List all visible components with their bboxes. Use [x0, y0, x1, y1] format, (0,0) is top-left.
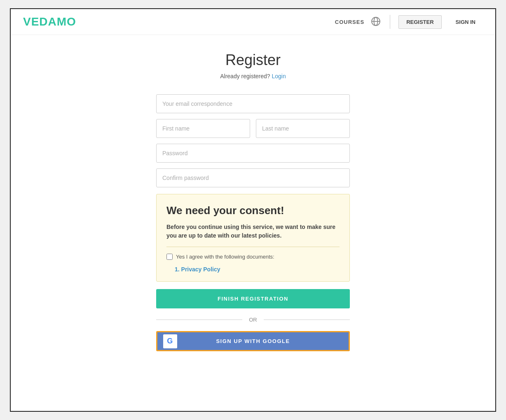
google-signup-label: SIGN UP WITH GOOGLE — [164, 338, 342, 344]
nav-courses[interactable]: COURSES — [335, 19, 364, 25]
firstname-field[interactable] — [156, 119, 250, 138]
consent-agree-text: Yes I agree with the following documents… — [176, 254, 274, 260]
or-line-left — [156, 320, 242, 320]
privacy-policy-link[interactable]: 1. Privacy Policy — [175, 266, 220, 273]
or-divider: OR — [156, 317, 350, 323]
consent-checkbox[interactable] — [166, 254, 173, 260]
app-window: VEDAMO COURSES REGISTER SIGN IN Register… — [10, 8, 496, 412]
finish-registration-button[interactable]: FINISH REGISTRATION — [156, 289, 350, 308]
already-registered-text: Already registered? Login — [220, 73, 286, 79]
google-icon-box: G — [163, 334, 177, 348]
nav: COURSES REGISTER SIGN IN — [335, 15, 483, 29]
lastname-field[interactable] — [256, 119, 350, 138]
register-form: We need your consent! Before you continu… — [156, 94, 350, 351]
nav-divider — [390, 15, 390, 29]
logo: VEDAMO — [23, 15, 76, 28]
header: VEDAMO COURSES REGISTER SIGN IN — [11, 9, 495, 35]
login-link[interactable]: Login — [272, 73, 286, 79]
main-content: Register Already registered? Login We ne… — [11, 35, 495, 411]
google-icon: G — [167, 337, 173, 345]
consent-checkbox-row: Yes I agree with the following documents… — [166, 254, 340, 260]
or-line-right — [264, 320, 350, 320]
consent-description: Before you continue using this service, … — [166, 223, 340, 247]
password-field[interactable] — [156, 144, 350, 163]
globe-icon[interactable] — [371, 16, 382, 27]
page-title: Register — [225, 51, 281, 69]
confirm-password-field[interactable] — [156, 168, 350, 187]
or-text: OR — [249, 317, 257, 323]
email-field[interactable] — [156, 94, 350, 113]
register-button[interactable]: REGISTER — [398, 15, 441, 29]
consent-policy: 1. Privacy Policy — [168, 266, 340, 273]
signin-button[interactable]: SIGN IN — [448, 16, 483, 28]
google-signup-button[interactable]: G SIGN UP WITH GOOGLE — [156, 331, 350, 351]
consent-box: We need your consent! Before you continu… — [156, 194, 350, 282]
consent-title: We need your consent! — [166, 204, 340, 217]
name-row — [156, 119, 350, 138]
